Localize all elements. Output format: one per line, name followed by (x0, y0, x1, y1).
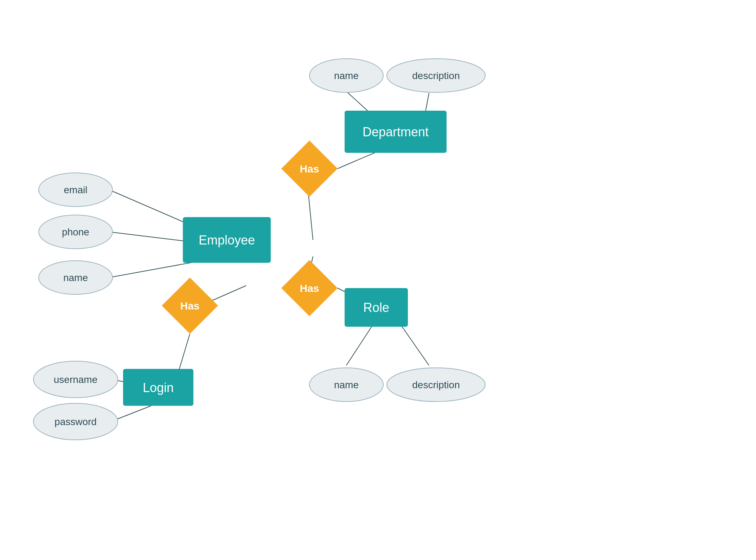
attr-deptname-label: name (334, 70, 359, 81)
attr-phone-label: phone (62, 227, 89, 237)
attr-username-label: username (54, 374, 98, 385)
attr-email-label: email (64, 184, 88, 195)
entity-department-label: Department (363, 125, 429, 139)
attr-empname-label: name (63, 272, 88, 283)
entity-role-label: Role (363, 300, 389, 315)
entity-employee-label: Employee (199, 233, 255, 247)
attr-deptdesc-label: description (412, 70, 460, 81)
diamond-hasdept-label: Has (300, 163, 319, 175)
diamond-haslogin-label: Has (180, 300, 199, 312)
attr-password-label: password (55, 416, 97, 427)
diamond-hasrole-label: Has (300, 282, 319, 294)
line-role-name (346, 325, 373, 365)
entity-login-label: Login (143, 380, 174, 395)
attr-rolename-label: name (334, 379, 359, 390)
line-role-desc (401, 325, 429, 365)
attr-roledesc-label: description (412, 379, 460, 390)
